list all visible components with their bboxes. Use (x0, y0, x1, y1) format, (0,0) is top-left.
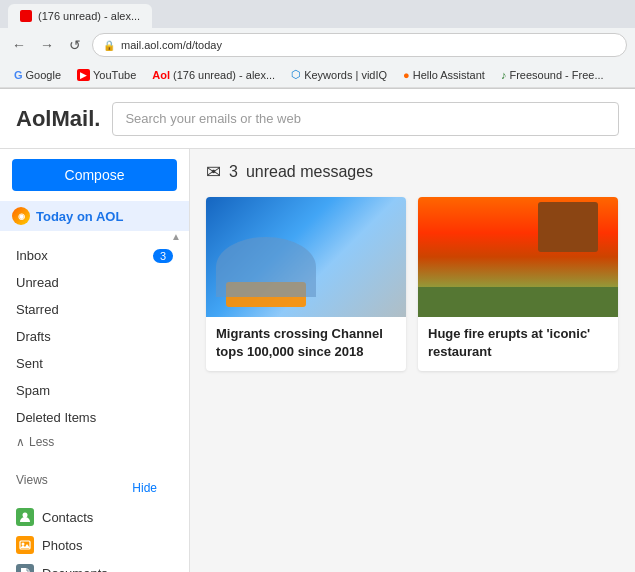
documents-label: Documents (42, 566, 108, 573)
browser-chrome: (176 unread) - alex... ← → ↺ 🔒 mail.aol.… (0, 0, 635, 89)
freesound-icon: ♪ (501, 69, 507, 81)
unread-count: 3 (229, 163, 238, 181)
contacts-icon (16, 508, 34, 526)
sidebar-item-photos[interactable]: Photos (0, 531, 189, 559)
sidebar-item-drafts[interactable]: Drafts (0, 323, 189, 350)
documents-icon (16, 564, 34, 572)
scroll-indicator: ▲ (0, 231, 189, 242)
today-on-aol-item[interactable]: ◉ Today on AOL (0, 201, 189, 231)
today-on-aol-label: Today on AOL (36, 209, 123, 224)
search-bar[interactable]: Search your emails or the web (112, 102, 619, 136)
sidebar: Compose ◉ Today on AOL ▲ Inbox 3 Unread … (0, 149, 190, 572)
reload-button[interactable]: ↺ (64, 34, 86, 56)
unread-label: Unread (16, 275, 59, 290)
url-text: mail.aol.com/d/today (121, 39, 222, 51)
sidebar-item-starred[interactable]: Starred (0, 296, 189, 323)
bookmark-youtube-label: YouTube (93, 69, 136, 81)
starred-label: Starred (16, 302, 59, 317)
sidebar-item-documents[interactable]: Documents (0, 559, 189, 572)
back-button[interactable]: ← (8, 34, 30, 56)
contacts-label: Contacts (42, 510, 93, 525)
aol-bookmark-icon: Aol (152, 69, 170, 81)
sent-label: Sent (16, 356, 43, 371)
aol-logo: AolMail. (16, 106, 100, 132)
google-icon: G (14, 69, 23, 81)
views-label: Views (16, 473, 48, 499)
chevron-up-icon: ∧ (16, 435, 25, 449)
bookmark-freesound[interactable]: ♪ Freesound - Free... (495, 67, 610, 83)
sidebar-item-sent[interactable]: Sent (0, 350, 189, 377)
sidebar-item-inbox[interactable]: Inbox 3 (0, 242, 189, 269)
bookmark-keywords-label: Keywords | vidIQ (304, 69, 387, 81)
less-button[interactable]: ∧ Less (0, 431, 189, 453)
bookmark-keywords[interactable]: ⬡ Keywords | vidIQ (285, 66, 393, 83)
spam-label: Spam (16, 383, 50, 398)
app-container: Compose ◉ Today on AOL ▲ Inbox 3 Unread … (0, 149, 635, 572)
news-card-2[interactable]: Huge fire erupts at 'iconic' restaurant (418, 197, 618, 371)
bookmark-freesound-label: Freesound - Free... (509, 69, 603, 81)
bookmark-hello-label: Hello Assistant (413, 69, 485, 81)
tab-title: (176 unread) - alex... (38, 10, 140, 22)
less-label: Less (29, 435, 54, 449)
sidebar-divider (0, 453, 189, 465)
main-content: ✉ 3 unread messages Migrants crossing Ch… (190, 149, 635, 572)
news-card-1-title: Migrants crossing Channel tops 100,000 s… (206, 317, 406, 371)
news-cards: Migrants crossing Channel tops 100,000 s… (206, 197, 619, 371)
sidebar-item-contacts[interactable]: Contacts (0, 503, 189, 531)
sidebar-item-unread[interactable]: Unread (0, 269, 189, 296)
photos-label: Photos (42, 538, 82, 553)
bookmark-youtube[interactable]: ▶ YouTube (71, 67, 142, 83)
keywords-icon: ⬡ (291, 68, 301, 81)
tab-favicon (20, 10, 32, 22)
inbox-label: Inbox (16, 248, 48, 263)
card2-illustration (418, 197, 618, 317)
envelope-icon: ✉ (206, 161, 221, 183)
youtube-icon: ▶ (77, 69, 90, 81)
deleted-label: Deleted Items (16, 410, 96, 425)
news-card-1[interactable]: Migrants crossing Channel tops 100,000 s… (206, 197, 406, 371)
bookmark-google-label: Google (26, 69, 61, 81)
logo-aol-text: Aol (16, 106, 51, 131)
drafts-label: Drafts (16, 329, 51, 344)
logo-dot: . (94, 106, 100, 131)
address-bar[interactable]: 🔒 mail.aol.com/d/today (92, 33, 627, 57)
logo-mail-text: Mail (51, 106, 94, 131)
unread-messages-label: unread messages (246, 163, 373, 181)
bookmarks-bar: G Google ▶ YouTube Aol (176 unread) - al… (0, 62, 635, 88)
forward-button[interactable]: → (36, 34, 58, 56)
photos-icon (16, 536, 34, 554)
sidebar-item-deleted[interactable]: Deleted Items (0, 404, 189, 431)
lock-icon: 🔒 (103, 40, 115, 51)
inbox-badge: 3 (153, 249, 173, 263)
news-card-2-image (418, 197, 618, 317)
app-header: AolMail. Search your emails or the web (0, 89, 635, 149)
sidebar-item-spam[interactable]: Spam (0, 377, 189, 404)
aol-today-icon: ◉ (12, 207, 30, 225)
bookmark-aol[interactable]: Aol (176 unread) - alex... (146, 67, 281, 83)
card1-illustration (206, 197, 406, 317)
browser-toolbar: ← → ↺ 🔒 mail.aol.com/d/today (0, 28, 635, 62)
compose-button[interactable]: Compose (12, 159, 177, 191)
news-card-2-title: Huge fire erupts at 'iconic' restaurant (418, 317, 618, 371)
news-card-1-image (206, 197, 406, 317)
bookmark-hello[interactable]: ● Hello Assistant (397, 67, 491, 83)
bookmark-google[interactable]: G Google (8, 67, 67, 83)
unread-header: ✉ 3 unread messages (206, 161, 619, 183)
search-placeholder-text: Search your emails or the web (125, 111, 301, 126)
active-tab[interactable]: (176 unread) - alex... (8, 4, 152, 28)
svg-point-1 (23, 513, 28, 518)
hide-link[interactable]: Hide (116, 473, 173, 499)
bookmark-aol-label: (176 unread) - alex... (173, 69, 275, 81)
views-header: Views Hide (0, 465, 189, 503)
browser-tabs: (176 unread) - alex... (0, 0, 635, 28)
hello-icon: ● (403, 69, 410, 81)
